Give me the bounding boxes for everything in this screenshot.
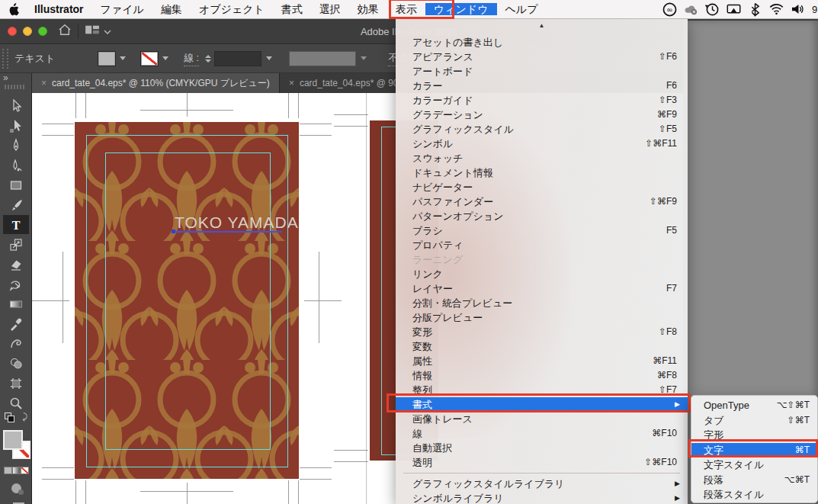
window-menu-item-graphic-style-libraries[interactable]: グラフィックスタイルライブラリ ▶ [396,477,688,491]
swap-colors-icon[interactable]: ⤸ [22,412,27,422]
window-menu-item-brushes[interactable]: ブラシ F5 [396,223,688,238]
window-menu-item-appearance[interactable]: アピアランス ⇧F6 [396,50,688,64]
window-menu-item-flattener-preview[interactable]: 分割・統合プレビュー [396,296,688,310]
window-menu-item-graphic-styles[interactable]: グラフィックスタイル ⇧F5 [396,122,688,136]
status-icon-display[interactable] [727,2,741,17]
drawing-modes-icon[interactable] [11,483,21,493]
menubar-item-edit[interactable]: 編集 [152,3,191,15]
stroke-weight-label[interactable]: 線 : [184,51,199,66]
tool-gradient[interactable] [5,294,27,313]
menubar-item-object[interactable]: オブジェクト [191,3,273,15]
tools-panel-grip[interactable] [5,85,26,89]
expand-panel-icon[interactable]: » [3,72,8,83]
controlbar-grip[interactable] [2,49,8,69]
business-card-artwork[interactable] [75,122,299,479]
menubar-item-effect[interactable]: 効果 [349,3,387,15]
window-menu-item-asset-export[interactable]: アセットの書き出し [396,35,688,50]
window-menu-item-navigator[interactable]: ナビゲーター [396,180,688,194]
submenu-item-character[interactable]: 文字 ⌘T [691,443,817,458]
window-menu-item-swatches[interactable]: スウォッチ [396,151,688,165]
menubar-item-illustrator[interactable]: Illustrator [26,3,92,15]
status-icon-time-machine[interactable] [705,2,720,17]
close-tab-icon[interactable]: × [41,78,47,88]
window-menu-item-separator-1[interactable] [396,470,688,477]
submenu-item-paragraph[interactable]: 段落 ⌥⌘T [691,473,817,488]
fill-color-swatch[interactable] [98,52,115,66]
menubar-item-view[interactable]: 表示 [387,3,425,15]
window-menu-item-color[interactable]: カラー F6 [396,79,688,93]
window-menu-item-info[interactable]: 情報 ⌘F8 [396,368,688,383]
window-menu-item-type-submenu[interactable]: 書式 ▶ [396,397,688,412]
status-icon-cloud-error[interactable] [684,2,698,17]
tool-direct-selection[interactable] [5,116,27,135]
tool-pen[interactable] [5,136,27,155]
menubar-item-help[interactable]: ヘルプ [497,3,547,15]
fill-stroke-indicator[interactable] [0,429,32,462]
window-menu-item-pathfinder[interactable]: パスファインダー ⇧⌘F9 [396,194,688,209]
menubar-item-type[interactable]: 書式 [273,3,311,15]
window-menu-item-properties[interactable]: プロパティ [396,238,688,252]
close-tab-icon[interactable]: × [289,78,294,88]
window-menu-item-symbols[interactable]: シンボル ⇧⌘F11 [396,136,688,151]
window-menu-item-gradient[interactable]: グラデーション ⌘F9 [396,108,688,122]
window-menu-item-links[interactable]: リンク [396,267,688,281]
zoom-window-button[interactable] [38,27,47,36]
window-menu-item-variables[interactable]: 変数 [396,339,688,354]
tool-scale[interactable] [5,235,27,254]
tool-shape-builder[interactable] [5,354,27,373]
window-menu-item-stroke[interactable]: 線 ⌘F10 [396,426,688,441]
menu-scroll-up-icon[interactable]: ▲ [396,19,688,31]
stroke-dropdown-icon[interactable] [162,56,168,60]
status-icon-bluetooth[interactable] [748,2,762,17]
status-icon-wifi[interactable] [769,2,784,17]
gradient-button[interactable] [12,467,21,474]
tool-type[interactable]: T [3,215,29,234]
menubar-item-file[interactable]: ファイル [92,3,152,15]
window-menu-item-transparency[interactable]: 透明 ⇧⌘F10 [396,455,688,470]
workspace-switcher-icon[interactable] [85,24,100,39]
window-menu-item-attributes[interactable]: 属性 ⌘F11 [396,354,688,368]
tool-shaper[interactable] [5,274,27,294]
tool-paintbrush[interactable] [5,195,27,214]
color-button[interactable] [4,467,12,474]
window-menu-item-document-info[interactable]: ドキュメント情報 [396,165,688,180]
tool-artboard[interactable] [5,374,27,393]
submenu-item-tabs[interactable]: タブ ⇧⌘T [691,413,817,429]
window-menu-item-magic-wand[interactable]: 自動選択 [396,441,688,455]
close-window-button[interactable] [8,27,17,36]
window-menu-item-symbol-libraries[interactable]: シンボルライブラリ ▶ [396,491,688,504]
window-menu-item-layers[interactable]: レイヤー F7 [396,281,688,296]
stroke-weight-field[interactable] [214,51,261,66]
tool-eraser[interactable] [5,255,27,274]
fill-indicator[interactable] [3,430,23,450]
window-menu-item-artboards[interactable]: アートボード [396,64,688,79]
default-swap-colors[interactable]: ⤸ [3,412,29,424]
menubar-item-window[interactable]: ウィンドウ [425,3,497,15]
submenu-item-glyphs[interactable]: 字形 [691,428,817,443]
card-name-text[interactable]: TOKO YAMADA [175,213,299,232]
tool-selection[interactable] [5,96,27,115]
fill-dropdown-icon[interactable] [120,56,126,60]
window-menu-item-pattern-options[interactable]: パターンオプション [396,209,688,223]
chevron-down-icon[interactable] [104,24,111,38]
menubar-item-select[interactable]: 選択 [311,3,349,15]
tool-rectangle[interactable] [5,175,27,194]
home-icon[interactable] [58,24,72,39]
minimize-window-button[interactable] [23,27,32,36]
text-anchor-handle[interactable] [172,230,175,233]
apple-menu[interactable] [0,3,26,16]
window-menu-item-align[interactable]: 整列 ⇧F7 [396,383,688,397]
submenu-item-opentype[interactable]: OpenType ⌥⇧⌘T [691,398,817,413]
tool-eyedropper[interactable] [5,314,27,333]
window-menu-item-transform[interactable]: 変形 ⇧F8 [396,325,688,339]
window-menu-item-image-trace[interactable]: 画像トレース [396,412,688,426]
stroke-weight-stepper[interactable] [205,55,211,63]
tool-curvature[interactable] [5,156,27,175]
status-icon-creative-cloud[interactable]: ∞ [662,2,677,17]
stroke-weight-dropdown-icon[interactable] [266,56,272,60]
stroke-color-swatch[interactable] [141,52,158,66]
document-tab-tab-110[interactable]: × card_tate_04.eps* @ 110% (CMYK/GPU プレビ… [32,73,280,93]
none-button[interactable] [21,467,29,474]
variable-width-profile-dropdown[interactable] [289,51,356,66]
submenu-item-character-styles[interactable]: 文字スタイル [691,457,817,473]
